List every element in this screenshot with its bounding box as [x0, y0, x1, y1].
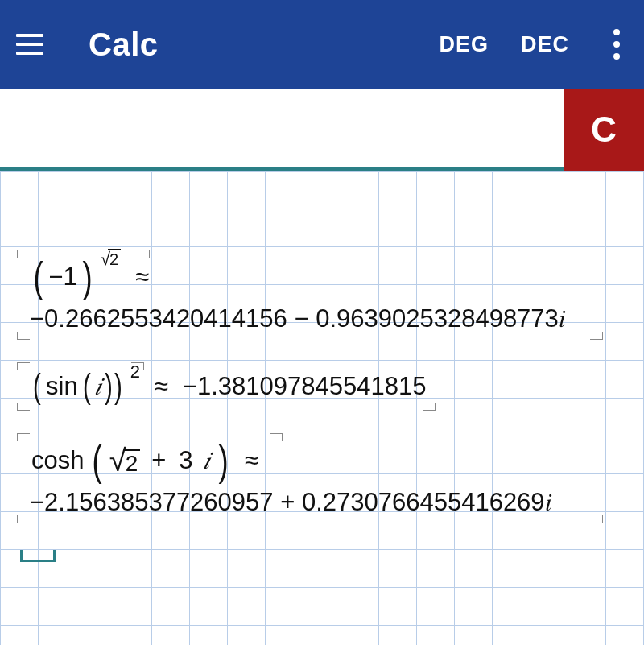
input-row: C — [0, 89, 644, 171]
expression: ( −1 ) √ 2 ≈ — [27, 254, 593, 300]
exponent: √ 2 — [101, 249, 121, 270]
sqrt-icon: √ — [101, 249, 110, 270]
clear-button[interactable]: C — [564, 89, 644, 171]
approx-symbol: ≈ — [155, 372, 168, 401]
app-header: Calc DEG DEC — [0, 0, 644, 89]
argument: 𝑖 — [94, 372, 101, 401]
open-paren: ( — [33, 370, 41, 403]
result-value: −1.381097845541815 — [183, 372, 427, 401]
sqrt-icon: √ — [109, 444, 126, 478]
menu-icon[interactable] — [16, 28, 48, 60]
approx-symbol: ≈ — [135, 263, 149, 291]
open-paren: ( — [34, 256, 43, 298]
expression: ( sin ( 𝑖 ) ) 2 ≈ −1.381097845541815 — [27, 367, 426, 406]
inner-close-paren: ) — [105, 370, 113, 403]
results-area[interactable]: ( −1 ) √ 2 ≈ −0.2662553420414156 − 0.963… — [0, 171, 644, 645]
angle-mode-button[interactable]: DEG — [439, 32, 489, 57]
overflow-menu-icon[interactable] — [605, 21, 628, 68]
close-paren: ) — [218, 440, 228, 482]
result-block: cosh ( √ 2 + 3 𝑖 ) ≈ −2.156385377260957 … — [20, 435, 624, 522]
result-value: −0.2662553420414156 − 0.9639025328498773… — [27, 304, 593, 333]
function-name: sin — [46, 372, 78, 401]
base-value: −1 — [48, 263, 76, 291]
sqrt-term: √ 2 — [109, 444, 140, 478]
plus-operator: + — [151, 446, 166, 475]
result-block: ( sin ( 𝑖 ) ) 2 ≈ −1.381097845541815 — [20, 364, 624, 409]
cursor-marker — [20, 548, 624, 562]
expression: cosh ( √ 2 + 3 𝑖 ) ≈ — [27, 438, 593, 483]
result-value: −2.156385377260957 + 0.2730766455416269𝑖 — [27, 488, 593, 517]
coefficient: 3 — [179, 446, 192, 475]
imaginary-unit: 𝑖 — [203, 446, 210, 475]
expression-input[interactable] — [0, 89, 564, 171]
inner-open-paren: ( — [83, 370, 91, 403]
close-paren: ) — [82, 256, 92, 298]
number-mode-button[interactable]: DEC — [521, 32, 569, 57]
approx-symbol: ≈ — [245, 446, 258, 475]
result-block: ( −1 ) √ 2 ≈ −0.2662553420414156 − 0.963… — [20, 251, 624, 338]
close-paren: ) — [114, 370, 122, 403]
open-paren: ( — [93, 440, 102, 482]
function-name: cosh — [31, 446, 84, 475]
app-title: Calc — [89, 27, 423, 63]
exponent: 2 — [130, 362, 140, 382]
